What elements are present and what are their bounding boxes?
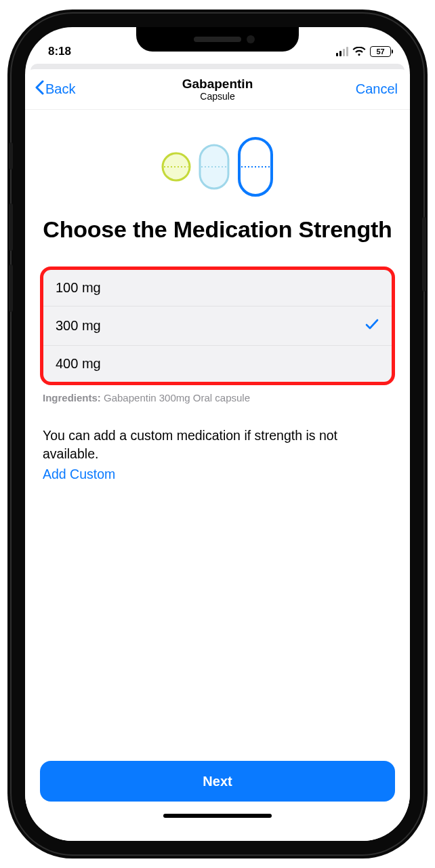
nav-title: Gabapentin bbox=[182, 77, 253, 92]
strength-list: 100 mg 300 mg 400 mg bbox=[40, 267, 395, 385]
cancel-label: Cancel bbox=[356, 81, 398, 97]
device-frame: 8:18 57 Back bbox=[12, 14, 423, 854]
capsule-size-illustration bbox=[40, 136, 395, 198]
strength-option-label: 400 mg bbox=[56, 356, 101, 372]
home-indicator[interactable] bbox=[163, 814, 272, 818]
power-button bbox=[422, 217, 426, 292]
back-button[interactable]: Back bbox=[35, 69, 75, 109]
mute-switch bbox=[9, 142, 13, 170]
battery-indicator: 57 bbox=[370, 46, 391, 57]
strength-option-300mg[interactable]: 300 mg bbox=[43, 306, 392, 345]
cancel-button[interactable]: Cancel bbox=[356, 69, 398, 109]
strength-option-100mg[interactable]: 100 mg bbox=[43, 270, 392, 306]
strength-option-400mg[interactable]: 400 mg bbox=[43, 345, 392, 382]
status-time: 8:18 bbox=[48, 45, 71, 58]
volume-down-button bbox=[9, 264, 13, 312]
cellular-signal-icon bbox=[336, 47, 348, 56]
capsule-small-icon bbox=[159, 150, 193, 184]
strength-option-label: 300 mg bbox=[56, 318, 101, 334]
ingredients-value: Gabapentin 300mg Oral capsule bbox=[104, 392, 250, 403]
capsule-medium-icon bbox=[196, 142, 232, 191]
next-button[interactable]: Next bbox=[40, 761, 395, 802]
battery-level: 57 bbox=[370, 46, 391, 57]
page-title: Choose the Medication Strength bbox=[40, 216, 395, 243]
nav-subtitle: Capsule bbox=[182, 91, 253, 102]
custom-hint: You can add a custom medication if stren… bbox=[43, 427, 392, 462]
ingredients-caption: Ingredients: Gabapentin 300mg Oral capsu… bbox=[43, 392, 392, 403]
content: Choose the Medication Strength 100 mg 30… bbox=[25, 111, 410, 841]
volume-up-button bbox=[9, 203, 13, 251]
capsule-large-icon bbox=[235, 136, 276, 198]
wifi-icon bbox=[352, 47, 366, 56]
checkmark-icon bbox=[365, 317, 379, 335]
bottom-bar: Next bbox=[25, 761, 410, 841]
chevron-left-icon bbox=[35, 80, 44, 98]
nav-title-group: Gabapentin Capsule bbox=[182, 77, 253, 102]
nav-bar: Back Gabapentin Capsule Cancel bbox=[25, 69, 410, 110]
add-custom-link[interactable]: Add Custom bbox=[43, 467, 115, 482]
notch bbox=[136, 27, 299, 52]
strength-option-label: 100 mg bbox=[56, 280, 101, 296]
svg-rect-2 bbox=[200, 145, 228, 189]
ingredients-label: Ingredients: bbox=[43, 392, 101, 403]
back-label: Back bbox=[45, 81, 75, 97]
status-indicators: 57 bbox=[336, 46, 391, 57]
screen: 8:18 57 Back bbox=[25, 27, 410, 841]
